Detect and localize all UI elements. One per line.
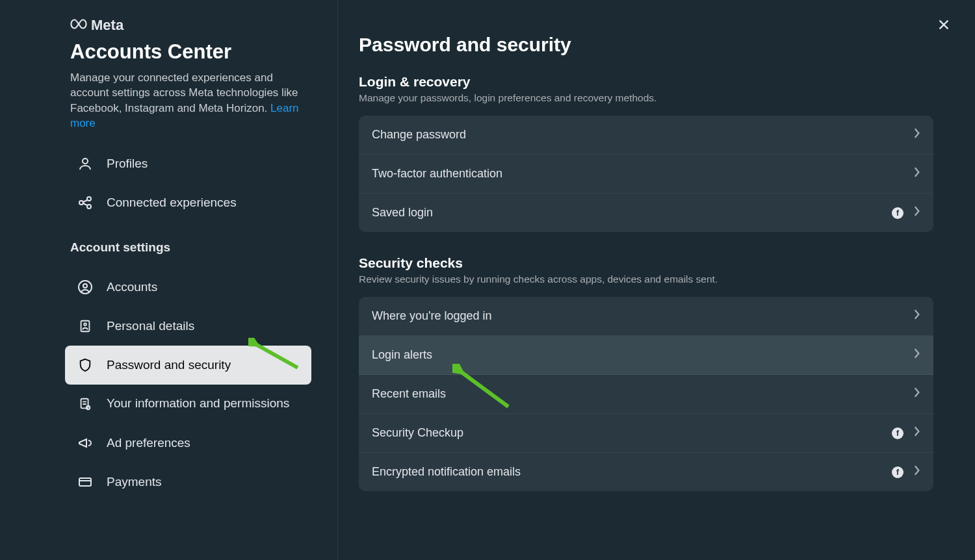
user-circle-icon	[77, 279, 94, 295]
svg-rect-10	[79, 478, 91, 486]
megaphone-icon	[77, 435, 94, 451]
meta-wordmark: Meta	[91, 17, 124, 34]
group-card: Where you're logged in Login alerts Rece…	[359, 297, 933, 491]
sidebar-item-payments[interactable]: Payments	[65, 463, 311, 502]
row-label: Login alerts	[372, 348, 432, 362]
sidebar-item-label: Ad preferences	[107, 436, 190, 450]
chevron-right-icon	[913, 465, 920, 479]
group-login-recovery: Login & recovery Manage your passwords, …	[359, 74, 933, 232]
row-login-alerts[interactable]: Login alerts	[359, 336, 933, 375]
sidebar-title: Accounts Center	[70, 40, 311, 64]
share-nodes-icon	[77, 195, 94, 210]
sidebar-item-label: Your information and permissions	[107, 396, 289, 411]
account-settings-heading: Account settings	[70, 240, 311, 255]
shield-icon	[77, 357, 94, 373]
sidebar-item-your-information[interactable]: Your information and permissions	[65, 385, 311, 424]
page-title: Password and security	[359, 34, 933, 56]
row-security-checkup[interactable]: Security Checkup f	[359, 414, 933, 453]
row-change-password[interactable]: Change password	[359, 116, 933, 155]
svg-point-5	[83, 284, 87, 288]
accounts-center-modal: Meta Accounts Center Manage your connect…	[0, 0, 975, 560]
group-security-checks: Security checks Review security issues b…	[359, 255, 933, 491]
person-icon	[77, 156, 94, 172]
id-card-icon	[77, 318, 94, 334]
row-two-factor[interactable]: Two-factor authentication	[359, 155, 933, 194]
row-saved-login[interactable]: Saved login f	[359, 194, 933, 232]
sidebar-item-label: Password and security	[107, 358, 231, 372]
svg-point-1	[79, 201, 83, 205]
row-recent-emails[interactable]: Recent emails	[359, 375, 933, 414]
chevron-right-icon	[913, 387, 920, 401]
document-lock-icon	[77, 396, 94, 412]
row-label: Two-factor authentication	[372, 167, 502, 181]
sidebar: Meta Accounts Center Manage your connect…	[0, 0, 338, 560]
main-panel: Password and security Login & recovery M…	[338, 0, 975, 560]
row-where-logged-in[interactable]: Where you're logged in	[359, 297, 933, 336]
group-description: Manage your passwords, login preferences…	[359, 92, 933, 104]
sidebar-item-label: Accounts	[107, 280, 157, 294]
chevron-right-icon	[913, 166, 920, 181]
row-label: Change password	[372, 128, 466, 142]
chevron-right-icon	[913, 127, 920, 142]
facebook-icon: f	[892, 207, 904, 219]
facebook-icon: f	[892, 427, 904, 439]
meta-infinity-icon	[70, 18, 87, 32]
meta-logo: Meta	[70, 17, 311, 34]
sidebar-item-ad-preferences[interactable]: Ad preferences	[65, 424, 311, 463]
sidebar-item-password-security[interactable]: Password and security	[65, 346, 311, 385]
chevron-right-icon	[913, 426, 920, 440]
primary-nav: Profiles Connected experiences	[26, 144, 311, 222]
sidebar-item-personal-details[interactable]: Personal details	[65, 307, 311, 346]
chevron-right-icon	[913, 205, 920, 220]
sidebar-item-accounts[interactable]: Accounts	[65, 268, 311, 307]
chevron-right-icon	[913, 309, 920, 324]
settings-nav: Accounts Personal details Password and s…	[26, 268, 311, 502]
svg-point-0	[83, 159, 88, 164]
sidebar-item-label: Connected experiences	[107, 196, 237, 210]
group-description: Review security issues by running checks…	[359, 274, 933, 285]
sidebar-item-connected-experiences[interactable]: Connected experiences	[65, 183, 311, 222]
close-icon	[937, 18, 951, 34]
row-label: Encrypted notification emails	[372, 465, 521, 479]
sidebar-item-label: Personal details	[107, 319, 194, 333]
row-encrypted-emails[interactable]: Encrypted notification emails f	[359, 453, 933, 491]
close-button[interactable]	[932, 14, 956, 38]
sidebar-item-label: Profiles	[107, 157, 148, 171]
sidebar-item-profiles[interactable]: Profiles	[65, 144, 311, 183]
facebook-icon: f	[892, 466, 904, 478]
row-label: Where you're logged in	[372, 309, 492, 323]
row-label: Security Checkup	[372, 426, 463, 440]
svg-point-2	[87, 197, 91, 201]
svg-point-3	[87, 205, 91, 209]
sidebar-item-label: Payments	[107, 475, 161, 489]
card-icon	[77, 474, 94, 490]
chevron-right-icon	[913, 348, 920, 363]
group-title: Security checks	[359, 255, 933, 271]
group-title: Login & recovery	[359, 74, 933, 90]
row-label: Saved login	[372, 206, 433, 220]
sidebar-description: Manage your connected experiences and ac…	[70, 70, 311, 131]
group-card: Change password Two-factor authenticatio…	[359, 116, 933, 232]
svg-point-7	[84, 323, 86, 325]
row-label: Recent emails	[372, 387, 446, 401]
